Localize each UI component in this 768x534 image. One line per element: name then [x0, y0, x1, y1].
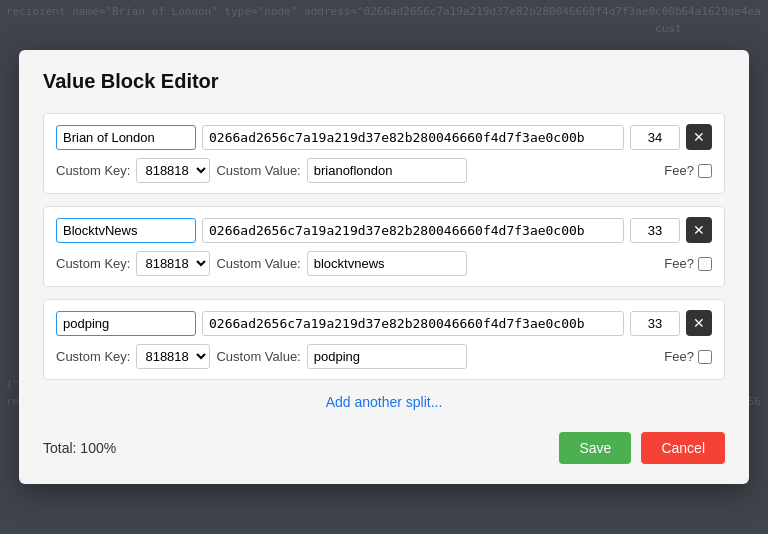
custom-value-label-0: Custom Value:: [216, 163, 300, 178]
add-split-link[interactable]: Add another split...: [43, 380, 725, 416]
fee-container-0: Fee?: [664, 163, 712, 178]
split-custom-value-input-2[interactable]: [307, 344, 467, 369]
split-row-bottom-1: Custom Key: 818818 Custom Value: Fee?: [56, 251, 712, 276]
custom-value-label-1: Custom Value:: [216, 256, 300, 271]
split-block-0: ✕ Custom Key: 818818 Custom Value: Fee?: [43, 113, 725, 194]
split-block-2: ✕ Custom Key: 818818 Custom Value: Fee?: [43, 299, 725, 380]
fee-container-1: Fee?: [664, 256, 712, 271]
split-row-bottom-2: Custom Key: 818818 Custom Value: Fee?: [56, 344, 712, 369]
split-address-input-0[interactable]: [202, 125, 624, 150]
split-name-input-0[interactable]: [56, 125, 196, 150]
split-fee-checkbox-0[interactable]: [698, 164, 712, 178]
split-name-input-1[interactable]: [56, 218, 196, 243]
split-fee-checkbox-2[interactable]: [698, 350, 712, 364]
split-block-1: ✕ Custom Key: 818818 Custom Value: Fee?: [43, 206, 725, 287]
split-name-input-2[interactable]: [56, 311, 196, 336]
splits-container: ✕ Custom Key: 818818 Custom Value: Fee?: [43, 113, 725, 380]
split-row-top-1: ✕: [56, 217, 712, 243]
split-custom-value-input-1[interactable]: [307, 251, 467, 276]
split-fee-checkbox-1[interactable]: [698, 257, 712, 271]
split-address-input-1[interactable]: [202, 218, 624, 243]
save-button[interactable]: Save: [559, 432, 631, 464]
split-remove-button-2[interactable]: ✕: [686, 310, 712, 336]
split-amount-input-0[interactable]: [630, 125, 680, 150]
split-custom-key-select-2[interactable]: 818818: [136, 344, 210, 369]
split-row-bottom-0: Custom Key: 818818 Custom Value: Fee?: [56, 158, 712, 183]
custom-value-label-2: Custom Value:: [216, 349, 300, 364]
split-amount-input-1[interactable]: [630, 218, 680, 243]
split-remove-button-0[interactable]: ✕: [686, 124, 712, 150]
split-custom-key-select-0[interactable]: 818818: [136, 158, 210, 183]
custom-key-label-2: Custom Key:: [56, 349, 130, 364]
split-address-input-2[interactable]: [202, 311, 624, 336]
custom-key-label-0: Custom Key:: [56, 163, 130, 178]
fee-container-2: Fee?: [664, 349, 712, 364]
dialog-footer: Total: 100% Save Cancel: [43, 432, 725, 464]
total-label: Total: 100%: [43, 440, 116, 456]
split-row-top-0: ✕: [56, 124, 712, 150]
split-row-top-2: ✕: [56, 310, 712, 336]
split-amount-input-2[interactable]: [630, 311, 680, 336]
cancel-button[interactable]: Cancel: [641, 432, 725, 464]
value-block-editor-dialog: Value Block Editor ✕ Custom Key: 818818 …: [19, 50, 749, 484]
split-custom-value-input-0[interactable]: [307, 158, 467, 183]
dialog-overlay: Value Block Editor ✕ Custom Key: 818818 …: [0, 0, 768, 534]
split-custom-key-select-1[interactable]: 818818: [136, 251, 210, 276]
dialog-title: Value Block Editor: [43, 70, 725, 93]
custom-key-label-1: Custom Key:: [56, 256, 130, 271]
split-remove-button-1[interactable]: ✕: [686, 217, 712, 243]
